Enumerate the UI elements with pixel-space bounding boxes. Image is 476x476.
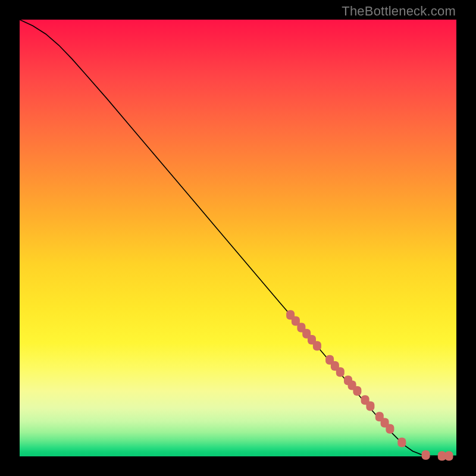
data-marker: [366, 402, 374, 411]
watermark-text: TheBottleneck.com: [342, 4, 456, 19]
data-marker: [397, 438, 406, 447]
data-marker: [353, 386, 361, 396]
data-marker-group: [286, 310, 453, 461]
stage: TheBottleneck.com: [0, 0, 476, 476]
chart-plot-area: [20, 20, 456, 456]
bottleneck-curve: [20, 20, 456, 456]
data-marker: [422, 450, 430, 460]
chart-svg: [20, 20, 456, 456]
data-marker: [445, 451, 453, 461]
data-marker: [386, 424, 394, 434]
data-marker: [336, 367, 345, 377]
data-marker: [313, 341, 321, 350]
